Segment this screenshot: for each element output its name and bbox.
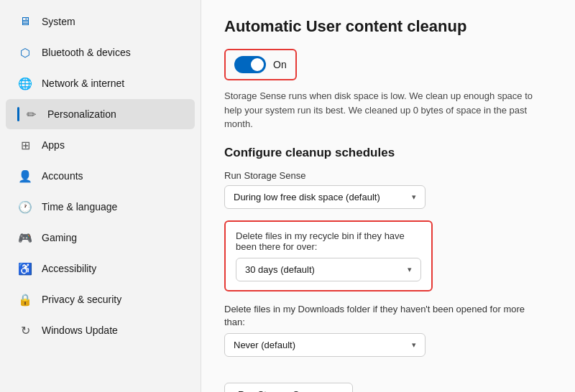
run-storage-sense-dropdown[interactable]: During low free disk space (default) ▾ — [224, 185, 426, 209]
sidebar-item-accounts[interactable]: 👤 Accounts — [6, 161, 195, 191]
recycle-bin-value: 30 days (default) — [245, 264, 315, 275]
description-text: Storage Sense runs when disk space is lo… — [224, 89, 540, 131]
recycle-bin-dropdown[interactable]: 30 days (default) ▾ — [236, 258, 421, 281]
chevron-down-icon: ▾ — [408, 265, 412, 274]
network-icon: 🌐 — [17, 75, 33, 91]
storage-sense-toggle[interactable] — [234, 56, 266, 73]
sidebar-item-network[interactable]: 🌐 Network & internet — [6, 68, 195, 98]
sidebar-item-gaming[interactable]: 🎮 Gaming — [6, 223, 195, 253]
sidebar-item-label: Apps — [42, 139, 65, 151]
run-storage-sense-label: Run Storage Sense — [224, 170, 552, 181]
sidebar-item-update[interactable]: ↻ Windows Update — [6, 315, 195, 345]
sidebar-item-label: System — [42, 16, 75, 27]
recycle-bin-section: Delete files in my recycle bin if they h… — [224, 220, 433, 291]
system-icon: 🖥 — [17, 14, 33, 29]
toggle-row[interactable]: On — [224, 49, 297, 80]
main-content: Automatic User content cleanup On Storag… — [201, 0, 575, 392]
sidebar-item-time[interactable]: 🕐 Time & language — [6, 192, 195, 222]
update-icon: ↻ — [17, 322, 33, 338]
sidebar-item-label: Time & language — [42, 201, 117, 213]
sidebar-item-system[interactable]: 🖥 System — [6, 6, 195, 37]
downloads-dropdown[interactable]: Never (default) ▾ — [224, 333, 426, 357]
gaming-icon: 🎮 — [17, 230, 33, 246]
page-title: Automatic User content cleanup — [224, 17, 552, 36]
section-title: Configure cleanup schedules — [224, 146, 552, 160]
active-indicator — [17, 107, 19, 121]
personalization-icon: ✏ — [23, 106, 39, 122]
accessibility-icon: ♿ — [17, 261, 33, 276]
sidebar-item-label: Personalization — [47, 108, 116, 120]
chevron-down-icon: ▾ — [412, 192, 416, 202]
sidebar-item-accessibility[interactable]: ♿ Accessibility — [6, 253, 195, 284]
apps-icon: ⊞ — [17, 137, 33, 153]
sidebar-item-bluetooth[interactable]: ⬡ Bluetooth & devices — [6, 37, 195, 67]
sidebar-item-label: Accounts — [42, 170, 83, 182]
sidebar-item-privacy[interactable]: 🔒 Privacy & security — [6, 284, 195, 314]
run-storage-sense-button[interactable]: Run Storage Sense now — [224, 383, 353, 392]
downloads-label: Delete files in my Downloads folder if t… — [224, 303, 540, 329]
privacy-icon: 🔒 — [17, 291, 33, 307]
chevron-down-icon: ▾ — [412, 340, 416, 350]
sidebar-item-label: Network & internet — [42, 78, 124, 89]
sidebar-item-personalization[interactable]: ✏ Personalization — [6, 99, 195, 129]
time-icon: 🕐 — [17, 199, 33, 215]
sidebar-item-apps[interactable]: ⊞ Apps — [6, 130, 195, 160]
accounts-icon: 👤 — [17, 168, 33, 184]
downloads-value: Never (default) — [234, 340, 295, 350]
sidebar-item-label: Privacy & security — [42, 294, 121, 305]
sidebar-item-label: Bluetooth & devices — [42, 47, 131, 58]
bluetooth-icon: ⬡ — [17, 45, 33, 60]
sidebar-item-label: Accessibility — [42, 263, 96, 274]
sidebar-item-label: Windows Update — [42, 325, 118, 336]
sidebar-item-label: Gaming — [42, 232, 77, 243]
recycle-bin-label: Delete files in my recycle bin if they h… — [236, 230, 421, 252]
sidebar: 🖥 System ⬡ Bluetooth & devices 🌐 Network… — [0, 0, 201, 392]
run-storage-sense-value: During low free disk space (default) — [234, 192, 380, 202]
toggle-label: On — [273, 59, 287, 70]
